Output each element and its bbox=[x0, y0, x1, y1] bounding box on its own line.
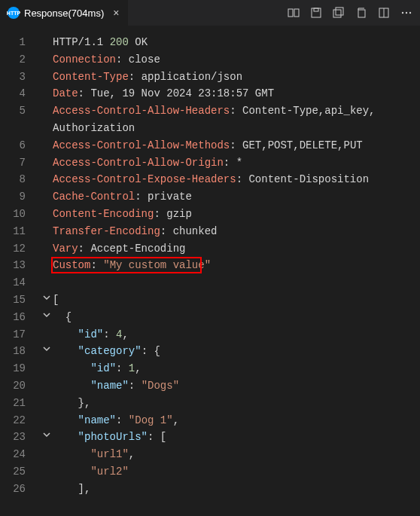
code-line[interactable]: 16 { bbox=[0, 309, 420, 326]
line-number: 10 bbox=[0, 206, 42, 223]
fold-toggle bbox=[42, 206, 53, 223]
line-number: 5 bbox=[0, 102, 42, 120]
fold-toggle bbox=[42, 481, 53, 498]
line-content: Cache-Control: private bbox=[53, 188, 420, 206]
line-content: "name": "Dog 1", bbox=[53, 412, 420, 429]
svg-point-11 bbox=[409, 12, 411, 14]
save-icon[interactable] bbox=[310, 7, 322, 19]
code-line[interactable]: 18 "category": { bbox=[0, 343, 420, 360]
line-number: 7 bbox=[0, 154, 42, 172]
line-number: 11 bbox=[0, 223, 42, 240]
line-number: 17 bbox=[0, 326, 42, 343]
tab-label: Response(704ms) bbox=[24, 8, 104, 19]
line-content: HTTP/1.1 200 OK bbox=[53, 34, 420, 51]
code-line[interactable]: 7Access-Control-Allow-Origin: * bbox=[0, 154, 420, 172]
code-line[interactable]: 17 "id": 4, bbox=[0, 326, 420, 343]
line-number: 22 bbox=[0, 412, 42, 429]
line-content: Content-Type: application/json bbox=[53, 69, 420, 86]
code-line[interactable]: 8Access-Control-Expose-Headers: Content-… bbox=[0, 171, 420, 188]
line-number: 1 bbox=[0, 34, 42, 51]
line-number: 19 bbox=[0, 360, 42, 377]
code-line[interactable]: 20 "name": "Dogs" bbox=[0, 377, 420, 395]
code-line[interactable]: 15[ bbox=[0, 292, 420, 309]
line-content: Content-Encoding: gzip bbox=[53, 206, 420, 223]
code-line[interactable]: 2Connection: close bbox=[0, 51, 420, 69]
editor[interactable]: 1HTTP/1.1 200 OK2Connection: close3Conte… bbox=[0, 26, 420, 498]
fold-toggle bbox=[42, 120, 53, 137]
code-line[interactable]: 19 "id": 1, bbox=[0, 360, 420, 377]
line-number: 12 bbox=[0, 240, 42, 258]
line-content: "id": 4, bbox=[53, 326, 420, 343]
line-number bbox=[0, 120, 42, 137]
code-line[interactable]: 25 "url2" bbox=[0, 463, 420, 481]
code-line[interactable]: 23 "photoUrls": [ bbox=[0, 429, 420, 446]
line-content: { bbox=[53, 309, 420, 326]
code-line[interactable]: 26 ], bbox=[0, 481, 420, 498]
code-line[interactable]: Authorization bbox=[0, 120, 420, 137]
code-line[interactable]: 14 bbox=[0, 274, 420, 292]
line-content: Access-Control-Allow-Headers: Content-Ty… bbox=[53, 102, 420, 120]
fold-toggle[interactable] bbox=[42, 292, 53, 309]
fold-toggle bbox=[42, 69, 53, 86]
svg-rect-6 bbox=[358, 10, 365, 17]
split-icon[interactable] bbox=[378, 7, 390, 19]
fold-toggle bbox=[42, 257, 53, 274]
line-content: "id": 1, bbox=[53, 360, 420, 377]
fold-toggle bbox=[42, 171, 53, 188]
svg-point-10 bbox=[406, 12, 407, 14]
fold-toggle[interactable] bbox=[42, 429, 53, 446]
line-content bbox=[53, 274, 420, 292]
code-line[interactable]: 21 }, bbox=[0, 395, 420, 412]
line-number: 24 bbox=[0, 446, 42, 463]
code-line[interactable]: 24 "url1", bbox=[0, 446, 420, 463]
code-line[interactable]: 11Transfer-Encoding: chunked bbox=[0, 223, 420, 240]
fold-toggle bbox=[42, 240, 53, 258]
tab-response[interactable]: HTTP Response(704ms) × bbox=[0, 0, 128, 26]
svg-rect-0 bbox=[288, 9, 293, 17]
fold-toggle[interactable] bbox=[42, 309, 53, 326]
close-icon[interactable]: × bbox=[111, 7, 120, 19]
line-content: "name": "Dogs" bbox=[53, 377, 420, 395]
line-number: 3 bbox=[0, 69, 42, 86]
line-number: 9 bbox=[0, 188, 42, 206]
fold-toggle bbox=[42, 188, 53, 206]
line-content: Vary: Accept-Encoding bbox=[53, 240, 420, 258]
copy-icon[interactable] bbox=[355, 7, 367, 19]
line-content: Access-Control-Allow-Origin: * bbox=[53, 154, 420, 172]
more-icon[interactable] bbox=[400, 7, 412, 19]
code-line[interactable]: 12Vary: Accept-Encoding bbox=[0, 240, 420, 258]
code-line[interactable]: 9Cache-Control: private bbox=[0, 188, 420, 206]
code-line[interactable]: 5Access-Control-Allow-Headers: Content-T… bbox=[0, 102, 420, 120]
line-content: Transfer-Encoding: chunked bbox=[53, 223, 420, 240]
code-line[interactable]: 4Date: Tue, 19 Nov 2024 23:18:57 GMT bbox=[0, 85, 420, 102]
line-content: Connection: close bbox=[53, 51, 420, 69]
line-number: 23 bbox=[0, 429, 42, 446]
line-number: 14 bbox=[0, 274, 42, 292]
line-number: 6 bbox=[0, 137, 42, 154]
code-line[interactable]: 22 "name": "Dog 1", bbox=[0, 412, 420, 429]
fold-toggle bbox=[42, 137, 53, 154]
line-content: Date: Tue, 19 Nov 2024 23:18:57 GMT bbox=[53, 85, 420, 102]
line-number: 13 bbox=[0, 257, 42, 274]
line-content: "url1", bbox=[53, 446, 420, 463]
save-all-icon[interactable] bbox=[333, 7, 345, 19]
line-number: 20 bbox=[0, 377, 42, 395]
code-line[interactable]: 3Content-Type: application/json bbox=[0, 69, 420, 86]
tab-bar: HTTP Response(704ms) × bbox=[0, 0, 420, 26]
svg-rect-4 bbox=[333, 10, 341, 17]
code-line[interactable]: 10Content-Encoding: gzip bbox=[0, 206, 420, 223]
fold-toggle[interactable] bbox=[42, 343, 53, 360]
code-line[interactable]: 13Custom: "My custom value" bbox=[0, 257, 420, 274]
svg-rect-1 bbox=[294, 9, 299, 17]
fold-toggle bbox=[42, 223, 53, 240]
diff-view-icon[interactable] bbox=[288, 7, 300, 19]
line-content: "photoUrls": [ bbox=[53, 429, 420, 446]
code-line[interactable]: 1HTTP/1.1 200 OK bbox=[0, 34, 420, 51]
line-content: Authorization bbox=[53, 120, 420, 137]
svg-rect-3 bbox=[314, 8, 318, 11]
code-line[interactable]: 6Access-Control-Allow-Methods: GET,POST,… bbox=[0, 137, 420, 154]
fold-toggle bbox=[42, 102, 53, 120]
fold-toggle bbox=[42, 395, 53, 412]
line-content: "url2" bbox=[53, 463, 420, 481]
fold-toggle bbox=[42, 377, 53, 395]
